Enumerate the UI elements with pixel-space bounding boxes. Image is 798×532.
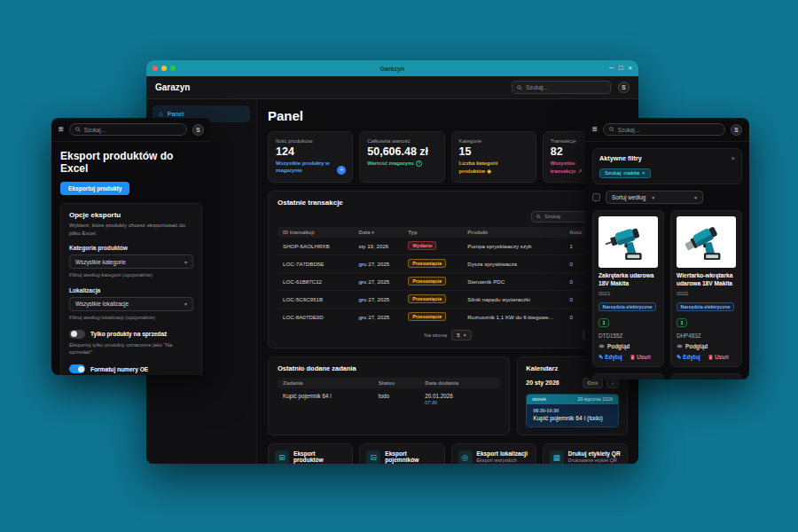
sale-only-toggle[interactable] [69,330,85,339]
tx-date: sty 19, 2026 [359,243,409,249]
hamburger-icon[interactable]: ≡ [59,125,64,134]
sale-only-label: Tylko produkty na sprzedaż [90,331,167,337]
traffic-close-button[interactable] [153,66,158,71]
main-window: Garazyn ─ □ × Garazyn Szukaj... S ⌂ Pane… [146,60,638,464]
chevron-down-icon: ▾ [694,194,697,200]
stat-card-value: Całkowita wartość 50,606.48 zł Wartość m… [359,131,444,183]
qa-card-print-qr: ▦ Drukuj etykiety QR Drukowanie etykiet … [543,443,628,464]
col-product: Produkt [467,230,569,235]
task-row[interactable]: Kupić pojemnik 64 l todo 20.01.2026 07:3… [278,388,500,405]
minimize-icon[interactable]: ─ [609,65,614,72]
preview-button[interactable]: Podgląd [677,343,736,349]
tx-product: Dysza spryskiwacza [467,261,569,267]
filters-search-input[interactable]: Szukaj... [603,123,725,136]
edit-button[interactable]: ✎Edytuj [677,354,700,361]
product-image-drill-driver[interactable] [677,216,736,268]
export-search-input[interactable]: Szukaj... [69,123,187,136]
options-title: Opcje eksportu [69,211,193,219]
info-icon: i [416,160,422,167]
hamburger-icon[interactable]: ≡ [592,125,598,134]
sort-select[interactable]: Sortuj według ▾ ▾ [606,191,703,204]
qa-desc: Drukowanie etykiet QR dla wybranych prod… [568,458,621,464]
export-locations-icon: ◎ [458,450,473,464]
col-date-added: Data dodania [425,380,495,386]
search-filter-chip[interactable]: Szukaj: makita × [599,168,651,178]
tx-product: Sterownik PDC [467,278,569,285]
transaction-row[interactable]: LOC-5C6C951B gru 27, 2025 Przesunięcie S… [278,291,618,309]
location-help: Filtruj według lokalizacji (opcjonalnie) [69,314,193,321]
col-date-sort[interactable]: Data ▾ [359,230,409,235]
sale-only-help: Eksportuj tylko produkty oznaczone jako … [69,341,193,356]
active-filters-title: Aktywne filtry [599,154,642,162]
pencil-icon: ✎ [598,354,603,361]
event-label: Kupić pojemnik 64 l (todo) [533,415,612,421]
task-name: Kupić pojemnik 64 l [283,393,379,405]
export-window: ≡ Szukaj... S Eksport produktów do Excel… [51,118,211,375]
tx-id: LOC-7A7DBD5E [283,261,359,267]
format-oe-toggle[interactable] [69,364,85,373]
tx-product: Silnik napędu wycieraczki [467,296,569,302]
select-all-checkbox[interactable] [592,193,600,201]
traffic-zoom-button[interactable] [170,66,176,71]
transaction-row[interactable]: LOC-61B87C12 gru 27, 2025 Przesunięcie S… [278,273,618,291]
export-products-primary-button[interactable]: Eksportuj produkty [60,182,129,195]
product-model: DHP483Z [677,332,736,339]
edit-button[interactable]: ✎Edytuj [598,354,622,361]
trash-icon [708,355,713,360]
event-date: 20 stycznia 2026 [577,396,613,402]
type-badge: Przesunięcie [408,294,446,303]
delete-button[interactable]: Usuń [630,354,651,360]
col-status: Status [379,380,426,386]
quick-actions-row: ⊞ Eksport produktów Eksport wszystkich p… [268,443,628,464]
avatar[interactable]: S [618,82,630,93]
avatar[interactable]: S [731,124,742,136]
maximize-icon[interactable]: □ [619,65,623,72]
per-page-select[interactable]: 5 ▾ [451,330,471,340]
location-select[interactable]: Wszystkie lokalizacje ▾ [69,297,193,311]
category-select[interactable]: Wszystkie kategorie ▾ [69,254,193,269]
tx-product: Rozrusznik 1,1 KW do 6-biegowe... [467,314,569,320]
active-filters-card: Aktywne filtry × Szukaj: makita × [592,148,742,184]
product-card [670,373,742,379]
product-name: Wiertarko-wkrętarka udarowa 18V Makita [677,272,736,288]
stat-footer-link[interactable]: Wartość magazynui [367,160,424,168]
search-placeholder: Szukaj [544,214,560,219]
stat-label: Całkowita wartość [367,138,436,144]
stats-row: Ilość produktów 124 Wszystkie produkty w… [268,131,628,183]
delete-button[interactable]: Usuń [708,354,729,360]
qa-card-export-products: ⊞ Eksport produktów Eksport wszystkich p… [268,443,353,464]
task-status: todo [379,393,426,405]
calendar-event[interactable]: wtorek 20 stycznia 2026 08:30-10:30 Kupi… [526,394,619,427]
product-card: Wiertarko-wkrętarka udarowa 18V Makita 0… [670,210,742,367]
close-icon[interactable]: × [732,154,735,162]
event-time: 08:30-10:30 [533,408,612,413]
global-search-input[interactable]: Szukaj... [512,81,611,94]
product-card [592,373,664,379]
remove-filter-icon[interactable]: × [642,170,645,176]
traffic-minimize-button[interactable] [161,66,167,71]
avatar[interactable]: S [192,124,204,136]
tx-product: Pompa spryskiwaczy szyb [467,243,569,249]
transaction-row[interactable]: LOC-7A7DBD5E gru 27, 2025 Przesunięcie D… [278,255,618,273]
event-day: wtorek [532,396,546,402]
preview-button[interactable]: Podgląd [598,343,658,349]
search-placeholder: Szukaj... [618,127,639,133]
close-icon[interactable]: × [629,65,632,72]
product-name: Zakrętarka udarowa 18V Makita [598,272,658,288]
stat-footer-link[interactable]: Liczba kategorii produktów◆ [459,160,516,176]
product-image-impact-driver[interactable] [598,216,658,268]
transaction-row[interactable]: SHOP-6AOLHRXB sty 19, 2026 Wydanie Pompa… [278,238,618,255]
stat-label: Kategorie [459,138,528,144]
chevron-down-icon: ▾ [184,301,187,307]
qa-desc: Eksport wszystkich lokalizacji magazynow… [477,458,529,464]
task-time: 07:30 [425,400,495,405]
filters-window: ≡ Szukaj... S Aktywne filtry × Szukaj: m… [585,118,749,379]
stat-footer-link[interactable]: Wszystkie produkty w magazynie [276,160,332,175]
transaction-row[interactable]: LOC-8A07DE0D gru 27, 2025 Przesunięcie R… [278,309,618,325]
page-title: Panel [268,108,628,123]
stat-label: Ilość produktów [276,138,345,144]
app-header: Garazyn Szukaj... S [146,76,638,99]
drill-driver-illustration [683,221,731,263]
tx-date: gru 27, 2025 [359,278,409,285]
chevron-down-icon: ▾ [184,259,187,265]
